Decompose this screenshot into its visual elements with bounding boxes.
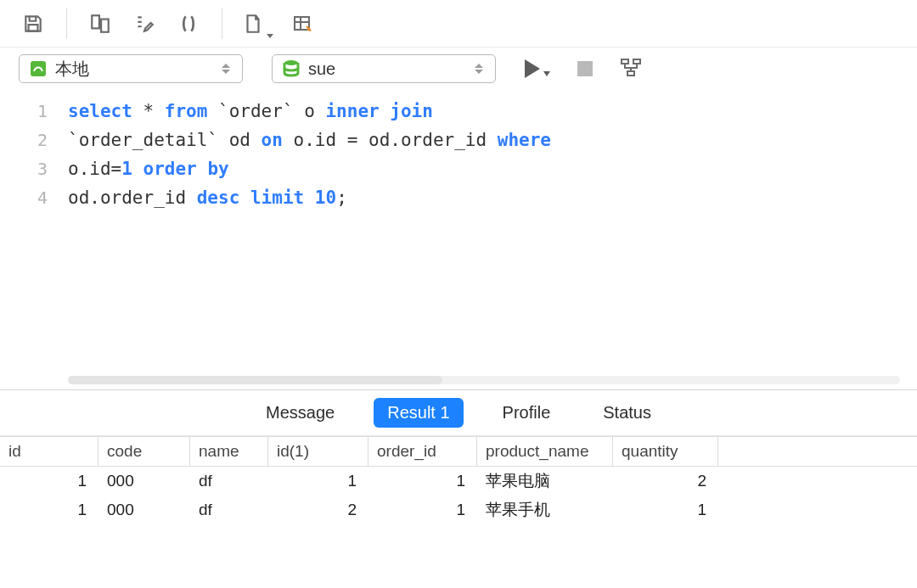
svg-rect-6 — [622, 59, 628, 64]
connection-icon — [28, 59, 48, 79]
database-selector[interactable]: sue — [272, 54, 496, 83]
edit-script-icon[interactable] — [130, 9, 159, 38]
connection-label: 本地 — [55, 58, 211, 81]
col-quantity[interactable]: quantity — [613, 437, 718, 467]
svg-rect-4 — [31, 61, 46, 76]
code-line: `order_detail` od on o.id = od.order_id … — [68, 126, 917, 154]
toolbar-separator — [222, 8, 222, 39]
horizontal-scrollbar[interactable] — [68, 376, 900, 384]
chevron-down-icon — [543, 71, 550, 76]
cell: 苹果电脑 — [477, 467, 613, 496]
connection-bar: 本地 sue — [0, 48, 917, 90]
col-id-1-[interactable]: id(1) — [268, 437, 368, 467]
parentheses-icon[interactable] — [174, 9, 203, 38]
result-tabs: MessageResult 1ProfileStatus — [0, 390, 917, 436]
explain-button[interactable] — [620, 58, 644, 80]
database-icon — [281, 59, 301, 79]
cell: df — [190, 467, 268, 496]
cell: 1 — [613, 496, 718, 524]
cell: 000 — [98, 496, 190, 524]
line-number: 1 — [0, 97, 48, 126]
code-line: select * from `order` o inner join — [68, 97, 917, 126]
connection-selector[interactable]: 本地 — [19, 54, 243, 83]
database-label: sue — [308, 59, 464, 79]
explain-plan-icon — [620, 58, 644, 80]
stop-button[interactable] — [577, 61, 593, 76]
table-row[interactable]: 1000df11苹果电脑2 — [0, 467, 917, 496]
cell: 1 — [0, 496, 98, 524]
cell: df — [190, 496, 268, 524]
line-gutter: 1234 — [0, 90, 68, 389]
table-row[interactable]: 1000df21苹果手机1 — [0, 496, 917, 524]
play-icon — [525, 59, 540, 78]
table-header: idcodenameid(1)order_idproduct_namequant… — [0, 436, 917, 467]
svg-rect-2 — [101, 19, 109, 31]
cell: 1 — [0, 467, 98, 496]
col-product-name[interactable]: product_name — [477, 437, 613, 467]
cell: 000 — [98, 467, 190, 496]
col-order-id[interactable]: order_id — [368, 437, 477, 467]
line-number: 3 — [0, 154, 48, 183]
svg-rect-1 — [92, 15, 99, 28]
stepper-icon — [218, 64, 233, 74]
svg-rect-7 — [633, 59, 640, 64]
cell: 1 — [368, 496, 477, 524]
stop-icon — [577, 61, 593, 76]
svg-rect-0 — [29, 25, 38, 31]
cell: 苹果手机 — [477, 496, 613, 524]
export-result-icon[interactable] — [289, 9, 318, 38]
cell: 2 — [613, 467, 718, 496]
tab-message[interactable]: Message — [252, 398, 348, 428]
svg-rect-8 — [627, 71, 634, 76]
scrollbar-thumb[interactable] — [68, 376, 442, 384]
cell: 1 — [368, 467, 477, 496]
code-line: od.order_id desc limit 10; — [68, 183, 917, 212]
sql-editor[interactable]: 1234 select * from `order` o inner join`… — [0, 90, 917, 390]
line-number: 2 — [0, 126, 48, 154]
toolbar-separator — [66, 8, 67, 39]
stepper-icon — [471, 64, 487, 74]
line-number: 4 — [0, 183, 48, 212]
tab-status[interactable]: Status — [589, 398, 665, 428]
execute-buttons — [525, 58, 644, 80]
col-code[interactable]: code — [98, 437, 190, 467]
save-icon[interactable] — [19, 9, 48, 38]
result-grid: idcodenameid(1)order_idproduct_namequant… — [0, 436, 917, 524]
run-button[interactable] — [525, 59, 550, 78]
chevron-down-icon — [267, 34, 273, 38]
col-name[interactable]: name — [190, 437, 268, 467]
cell: 1 — [268, 467, 368, 496]
code-line: o.id=1 order by — [68, 154, 917, 183]
sql-code[interactable]: select * from `order` o inner join`order… — [68, 90, 917, 389]
cell: 2 — [268, 496, 368, 524]
copy-script-icon[interactable] — [86, 9, 115, 38]
col-id[interactable]: id — [0, 437, 98, 467]
tab-result-1[interactable]: Result 1 — [374, 398, 463, 428]
svg-point-5 — [284, 60, 298, 65]
main-toolbar — [0, 0, 917, 48]
export-icon[interactable] — [241, 9, 273, 38]
tab-profile[interactable]: Profile — [489, 398, 565, 428]
